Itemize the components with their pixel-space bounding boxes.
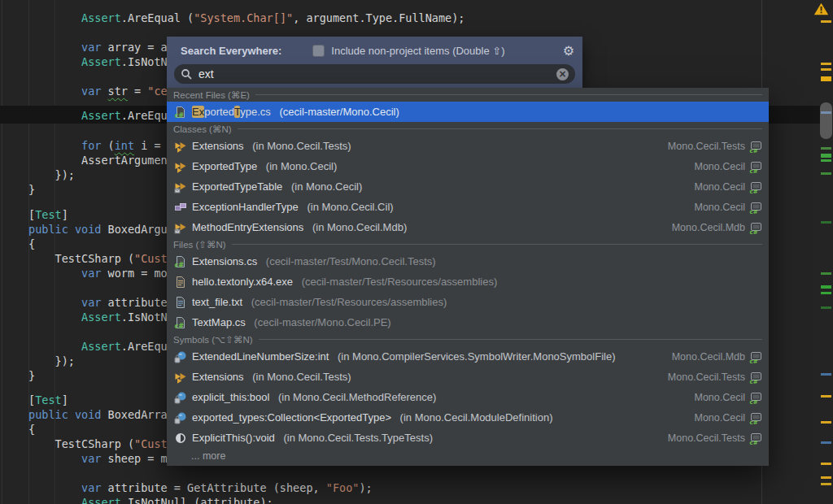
- result-detail: (in Mono.Cecil.Tests): [250, 371, 351, 383]
- stripe-mark[interactable]: [821, 272, 831, 275]
- inspection-warning-icon[interactable]: [813, 2, 829, 15]
- stripe-mark[interactable]: [821, 76, 831, 81]
- exefile-icon: [174, 276, 187, 289]
- stripe-mark[interactable]: [821, 172, 831, 175]
- result-row[interactable]: explicit_this:bool (in Mono.Cecil.Method…: [167, 387, 769, 407]
- field-icon: [174, 411, 187, 424]
- code-line: {: [28, 237, 35, 251]
- section-header: Symbols (⌥⇧⌘N): [167, 332, 769, 346]
- result-name: explicit_this:bool: [192, 391, 269, 403]
- stripe-mark[interactable]: [821, 68, 831, 71]
- scrollbar-thumb[interactable]: [820, 102, 832, 139]
- code-line: Assert.AreEqu: [28, 108, 168, 123]
- result-module: Mono.Cecil: [694, 181, 745, 193]
- svg-text:c#: c#: [175, 262, 185, 268]
- stripe-mark[interactable]: [821, 306, 831, 309]
- result-detail: (cecil-master/Test/Resources/assemblies): [248, 296, 447, 308]
- include-non-project-checkbox[interactable]: [312, 45, 325, 57]
- result-row[interactable]: ExportedTypeTable (in Mono.Cecil)Mono.Ce…: [167, 176, 769, 197]
- result-module: Mono.Cecil.Tests: [668, 371, 745, 383]
- code-line: [Test]: [28, 393, 68, 407]
- stripe-mark[interactable]: [821, 292, 831, 294]
- search-input[interactable]: [197, 67, 556, 81]
- search-everywhere-popup-header: Search Everywhere: Include non-project i…: [167, 37, 582, 88]
- result-detail: (cecil-master/Test/Mono.Cecil.Tests): [263, 255, 435, 267]
- result-module: Mono.Cecil.Mdb: [672, 351, 745, 363]
- section-header: Classes (⌘N): [167, 122, 769, 136]
- search-field[interactable]: ×: [174, 64, 575, 84]
- module-icon: c#: [749, 391, 762, 404]
- result-row[interactable]: ExtendedLineNumberSize:int (in Mono.Comp…: [167, 346, 769, 367]
- svg-text:c#: c#: [175, 112, 185, 119]
- csfile-icon: c#: [174, 316, 187, 329]
- stripe-mark[interactable]: [821, 373, 831, 376]
- stripe-mark[interactable]: [821, 463, 831, 465]
- stripe-mark[interactable]: [821, 421, 831, 424]
- result-row[interactable]: c#ExportedType.cs (cecil-master/Mono.Cec…: [167, 102, 769, 122]
- stripe-mark[interactable]: [821, 20, 831, 23]
- code-line: Assert.AreEqu: [28, 339, 168, 354]
- result-row[interactable]: Extensions (in Mono.Cecil.Tests)Mono.Cec…: [167, 367, 769, 387]
- code-line: [Test]: [28, 207, 68, 222]
- code-line: Assert.IsNotN: [28, 54, 168, 69]
- code-line: {: [28, 422, 35, 437]
- code-line: var attribute: [28, 295, 168, 310]
- stripe-mark[interactable]: [821, 285, 831, 289]
- result-detail: (in Mono.CompilerServices.SymbolWriter.M…: [334, 350, 615, 363]
- stripe-mark[interactable]: [821, 483, 831, 485]
- result-name: text_file.txt: [192, 296, 242, 308]
- result-row[interactable]: ExplicitThis():void (in Mono.Cecil.Tests…: [167, 428, 769, 448]
- stripe-mark[interactable]: [821, 441, 831, 444]
- stripe-mark[interactable]: [821, 154, 831, 158]
- svg-text:c#: c#: [750, 378, 758, 384]
- result-name: ExportedType.cs: [192, 106, 271, 118]
- result-row[interactable]: text_file.txt (cecil-master/Test/Resourc…: [167, 292, 769, 312]
- csfile-icon: c#: [174, 255, 187, 268]
- stripe-mark[interactable]: [821, 476, 831, 479]
- stripe-mark[interactable]: [821, 159, 831, 162]
- svg-text:c#: c#: [750, 439, 758, 445]
- svg-text:c#: c#: [750, 358, 758, 363]
- class-icon: [174, 371, 187, 384]
- result-row[interactable]: c#TextMap.cs (cecil-master/Mono.Cecil.PE…: [167, 312, 769, 332]
- ide-window: Assert.AreEqual ("System.Char[]", argume…: [0, 0, 833, 504]
- result-detail: (in Mono.Cecil.Tests): [250, 140, 351, 152]
- code-line: Assert.IsNotNull (attribute);: [28, 495, 273, 504]
- result-detail: (cecil-master/Mono.Cecil.PE): [251, 316, 391, 328]
- settings-gear-icon[interactable]: ⚙: [563, 45, 574, 58]
- code-line: public void BoxedArgu: [28, 222, 168, 237]
- search-icon: [181, 68, 192, 80]
- code-line: Assert.IsNotN: [28, 310, 168, 324]
- gutter-line: [2, 0, 2, 504]
- result-row[interactable]: exported_types:Collection<ExportedType> …: [167, 407, 769, 428]
- svg-text:c#: c#: [750, 147, 758, 153]
- result-module: Mono.Cecil.Tests: [668, 141, 745, 152]
- module-icon: c#: [749, 350, 762, 363]
- result-name: Extensions: [192, 371, 244, 383]
- txtfile-icon: [174, 296, 187, 309]
- struct-icon: [174, 201, 187, 214]
- result-detail: (cecil-master/Test/Resources/assemblies): [299, 276, 497, 288]
- svg-text:c#: c#: [750, 398, 758, 404]
- module-icon: c#: [749, 160, 762, 173]
- result-module: Mono.Cecil.Tests: [668, 432, 745, 444]
- result-row[interactable]: ExportedType (in Mono.Cecil)Mono.Cecilc#: [167, 156, 769, 176]
- stripe-mark[interactable]: [821, 63, 831, 65]
- result-module: Mono.Cecil: [694, 161, 745, 172]
- stripe-mark[interactable]: [821, 221, 831, 224]
- code-line: var sheep = m: [28, 451, 168, 466]
- clear-search-icon[interactable]: ×: [556, 68, 569, 80]
- result-detail: (in Mono.Cecil.Cil): [304, 201, 394, 213]
- result-module: Mono.Cecil: [694, 392, 745, 403]
- result-row[interactable]: c#Extensions.cs (cecil-master/Test/Mono.…: [167, 251, 769, 272]
- code-line: var str = "ce: [28, 84, 168, 98]
- stripe-mark[interactable]: [821, 395, 831, 398]
- more-results-link[interactable]: ... more: [167, 448, 769, 464]
- stripe-mark[interactable]: [821, 147, 831, 150]
- result-row[interactable]: Extensions (in Mono.Cecil.Tests)Mono.Cec…: [167, 136, 769, 156]
- result-detail: (cecil-master/Mono.Cecil): [277, 106, 399, 118]
- svg-text:c#: c#: [750, 167, 758, 173]
- result-row[interactable]: ExceptionHandlerType (in Mono.Cecil.Cil)…: [167, 197, 769, 217]
- result-row[interactable]: hello.textonly.x64.exe (cecil-master/Tes…: [167, 272, 769, 292]
- result-row[interactable]: MethodEntryExtensions (in Mono.Cecil.Mdb…: [167, 217, 769, 237]
